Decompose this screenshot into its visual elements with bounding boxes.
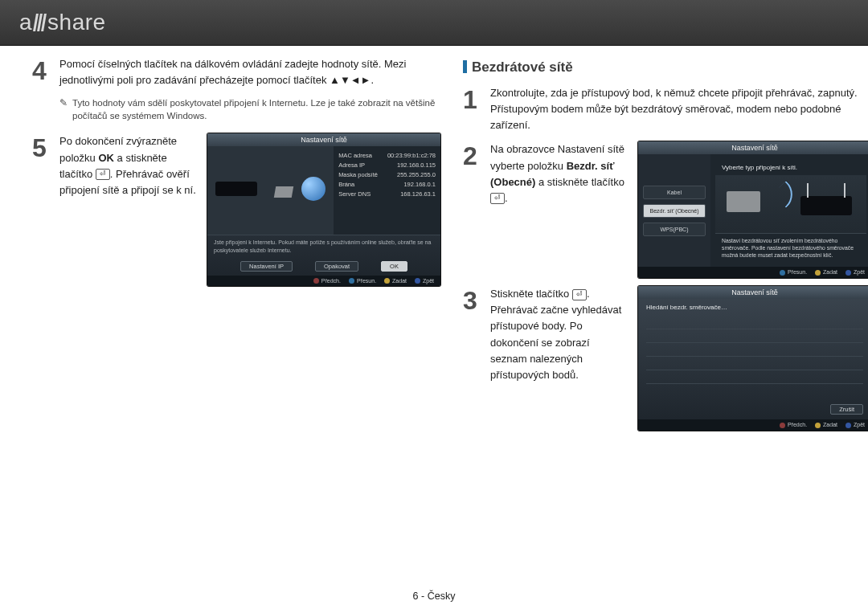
shot3-result-list — [638, 316, 868, 401]
shot3-title: Nastavení sítě — [638, 286, 868, 299]
shot2-title: Nastavení sítě — [638, 141, 868, 154]
left-column: 4 Pomocí číselných tlačítek na dálkovém … — [32, 56, 440, 573]
step-number: 3 — [463, 288, 490, 313]
step-2-text: Na obrazovce Nastavení sítě vyberte polo… — [490, 141, 627, 206]
step-3: 3 Stiskněte tlačítko ⏎. Přehrávač začne … — [463, 286, 868, 431]
step-1: 1 Zkontrolujte, zda je přístupový bod, k… — [463, 85, 868, 133]
step-5-text: Po dokončení zvýrazněte položku OK a sti… — [59, 133, 196, 198]
ok-button[interactable]: OK — [381, 261, 407, 272]
step-4-note: ✎ Tyto hodnoty vám sdělí poskytovatel př… — [59, 96, 440, 122]
step-2: 2 Na obrazovce Nastavení sítě vyberte po… — [463, 141, 868, 278]
laptop-icon — [727, 191, 760, 212]
shot2-options: Kabel Bezdr. síť (Obecné) WPS(PBC) — [638, 154, 710, 267]
logo-part-b: share — [47, 10, 106, 35]
cancel-button[interactable]: Zrušit — [830, 404, 863, 415]
player-device-icon — [215, 182, 257, 196]
shot2-description: Nastaví bezdrátovou síť zvolením bezdrát… — [715, 233, 866, 263]
step-number: 1 — [463, 87, 490, 112]
logo-part-a: a — [19, 10, 32, 35]
step-number: 4 — [32, 58, 59, 84]
step-4-text: Pomocí číselných tlačítek na dálkovém ov… — [59, 56, 440, 88]
header-bar: a share — [0, 0, 868, 46]
ip-settings-button[interactable]: Nastavení IP — [240, 261, 293, 272]
step-4: 4 Pomocí číselných tlačítek na dálkovém … — [32, 56, 440, 88]
step-3-text: Stiskněte tlačítko ⏎. Přehrávač začne vy… — [490, 286, 627, 383]
enter-icon: ⏎ — [490, 193, 505, 204]
shot2-footer: Přesun. Zadat Zpět — [638, 267, 868, 278]
content-area: 4 Pomocí číselných tlačítek na dálkovém … — [32, 56, 836, 573]
shot2-subtitle: Vyberte typ připojení k síti. — [715, 159, 866, 175]
option-wps-pbc[interactable]: WPS(PBC) — [643, 223, 706, 236]
step-number: 2 — [463, 143, 490, 169]
wifi-waves-icon — [772, 181, 800, 208]
page-footer: 6 - Česky — [0, 591, 868, 602]
shot1-message: Jste připojeni k Internetu. Pokud máte p… — [207, 235, 440, 256]
retry-button[interactable]: Opakovat — [315, 261, 358, 272]
shot3-searching-label: Hledání bezdr. směrovače… — [638, 299, 868, 316]
step-5: 5 Po dokončení zvýrazněte položku OK a s… — [32, 133, 440, 286]
globe-icon — [301, 177, 326, 201]
arrow-keys-icon: ▲▼◄► — [330, 74, 371, 86]
step-5-row: Po dokončení zvýrazněte položku OK a sti… — [59, 133, 440, 286]
heading-tick-icon — [463, 60, 467, 73]
shot1-values: MAC adresa00:23:99:b1:c2:78 Adresa IP192… — [334, 146, 440, 235]
shot3-footer: Předch. Zadat Zpět — [638, 419, 868, 431]
network-settings-screenshot-1: Nastavení sítě MAC adresa00:23:99:b1:c2:… — [207, 133, 440, 286]
shot2-diagram — [715, 175, 866, 233]
logo-bars-icon — [34, 14, 46, 31]
note-text: Tyto hodnoty vám sdělí poskytovatel přip… — [72, 96, 440, 122]
right-column: Bezdrátové sítě 1 Zkontrolujte, zda je p… — [463, 56, 868, 573]
option-wireless-general[interactable]: Bezdr. síť (Obecné) — [643, 204, 706, 218]
note-icon: ✎ — [59, 96, 68, 122]
enter-icon: ⏎ — [572, 289, 587, 300]
step-1-text: Zkontrolujte, zda je přístupový bod, k n… — [490, 85, 868, 133]
network-settings-screenshot-2: Nastavení sítě Kabel Bezdr. síť (Obecné)… — [638, 141, 868, 278]
wireless-heading: Bezdrátové sítě — [463, 59, 868, 76]
modem-icon — [274, 186, 293, 198]
enter-icon: ⏎ — [96, 169, 110, 180]
shot1-diagram — [207, 146, 334, 235]
allshare-logo: a share — [19, 10, 106, 35]
shot1-buttons: Nastavení IP Opakovat OK — [207, 257, 440, 276]
shot1-title: Nastavení sítě — [207, 133, 440, 146]
network-settings-screenshot-3: Nastavení sítě Hledání bezdr. směrovače…… — [638, 286, 868, 431]
router-icon — [800, 196, 852, 215]
shot1-footer: Předch. Přesun. Zadat Zpět — [207, 276, 440, 287]
option-cable[interactable]: Kabel — [643, 186, 706, 199]
step-number: 5 — [32, 135, 59, 161]
